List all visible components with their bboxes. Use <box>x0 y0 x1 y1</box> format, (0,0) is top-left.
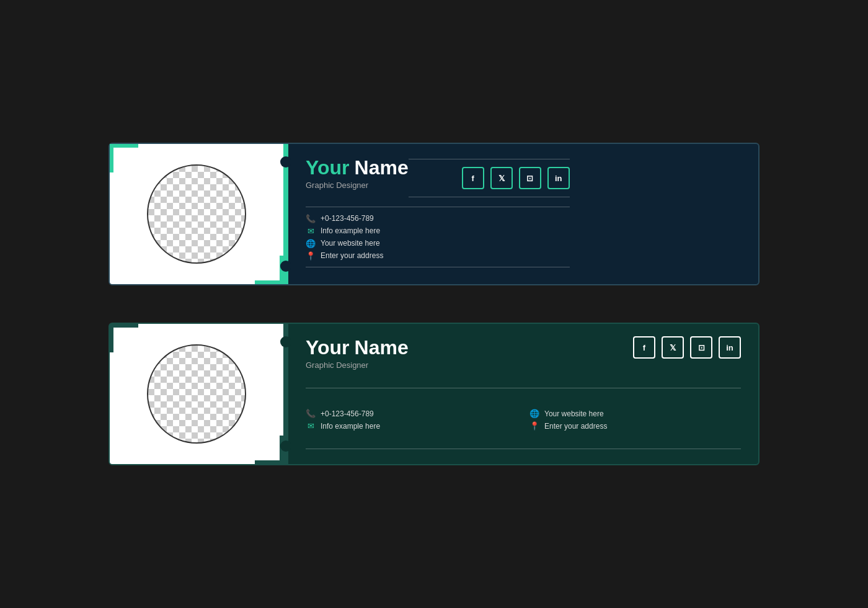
last-name-2: Name <box>355 336 409 359</box>
accent-bar-1 <box>283 144 288 284</box>
name-row-1: Your Name <box>306 156 409 179</box>
address-icon-2: 📍 <box>529 421 539 431</box>
facebook-btn-1[interactable]: f <box>462 167 484 189</box>
address-row-2: 📍 Enter your address <box>529 421 741 431</box>
top-section-1: Your Name Graphic Designer f 𝕏 ⊡ <box>306 156 570 202</box>
email-row-2: ✉ Info example here <box>306 421 517 431</box>
top-row-2: Your Name Graphic Designer f 𝕏 ⊡ in <box>306 336 741 370</box>
facebook-icon-1: f <box>472 174 474 183</box>
website-text-1: Your website here <box>321 239 380 248</box>
address-text-2: Enter your address <box>544 422 607 431</box>
email-row-1: ✉ Info example here <box>306 226 570 236</box>
phone-icon-1: 📞 <box>306 214 316 223</box>
first-name-1: Your <box>306 156 350 179</box>
email-icon-2: ✉ <box>306 421 316 431</box>
avatar-circle-2 <box>147 344 246 444</box>
instagram-btn-1[interactable]: ⊡ <box>519 167 541 189</box>
twitter-icon-1: 𝕏 <box>498 174 505 183</box>
job-title-2: Graphic Designer <box>306 360 409 370</box>
linkedin-btn-1[interactable]: in <box>547 167 570 189</box>
phone-text-2: +0-123-456-789 <box>321 409 374 418</box>
job-title-1: Graphic Designer <box>306 181 409 190</box>
instagram-icon-2: ⊡ <box>698 343 705 352</box>
name-block-1: Your Name Graphic Designer <box>306 156 409 190</box>
left-panel-1 <box>110 144 283 284</box>
website-icon-1: 🌐 <box>306 239 316 248</box>
email-icon-1: ✉ <box>306 226 316 236</box>
instagram-icon-1: ⊡ <box>526 174 533 183</box>
address-text-1: Enter your address <box>321 251 383 260</box>
website-row-2: 🌐 Your website here <box>529 409 741 418</box>
website-icon-2: 🌐 <box>529 409 539 418</box>
twitter-btn-1[interactable]: 𝕏 <box>490 167 513 189</box>
email-signature-card-2: Your Name Graphic Designer f 𝕏 ⊡ in <box>108 323 760 465</box>
address-row-1: 📍 Enter your address <box>306 251 570 261</box>
phone-icon-2: 📞 <box>306 409 316 418</box>
last-name-1: Name <box>355 156 409 179</box>
divider-bottom-1 <box>306 267 570 267</box>
phone-row-2: 📞 +0-123-456-789 <box>306 409 517 418</box>
instagram-btn-2[interactable]: ⊡ <box>690 336 712 359</box>
address-icon-1: 📍 <box>306 251 316 261</box>
email-text-1: Info example here <box>321 226 380 235</box>
linkedin-icon-1: in <box>555 174 562 183</box>
left-panel-2 <box>110 324 283 464</box>
twitter-btn-2[interactable]: 𝕏 <box>662 336 684 359</box>
social-row-2: f 𝕏 ⊡ in <box>633 336 741 359</box>
website-row-1: 🌐 Your website here <box>306 239 570 248</box>
phone-row-1: 📞 +0-123-456-789 <box>306 214 570 223</box>
social-row-1: f 𝕏 ⊡ in <box>462 167 570 189</box>
avatar-circle-1 <box>147 164 246 264</box>
email-signature-card-1: Your Name Graphic Designer f 𝕏 ⊡ <box>108 143 760 285</box>
name-block-2: Your Name Graphic Designer <box>306 336 409 370</box>
first-name-2: Your <box>306 336 350 359</box>
accent-bar-2 <box>283 324 288 464</box>
divider-top-2 <box>306 388 741 388</box>
divider-bottom-1 <box>409 197 570 197</box>
divider-bottom-2 <box>306 449 741 449</box>
linkedin-icon-2: in <box>726 343 733 352</box>
facebook-btn-2[interactable]: f <box>633 336 655 359</box>
phone-text-1: +0-123-456-789 <box>321 214 374 223</box>
name-row-2: Your Name <box>306 336 409 359</box>
divider-mid-1 <box>306 207 570 207</box>
email-text-2: Info example here <box>321 422 380 431</box>
right-content-2: Your Name Graphic Designer f 𝕏 ⊡ in <box>288 324 758 464</box>
facebook-icon-2: f <box>643 343 645 352</box>
website-text-2: Your website here <box>544 409 604 418</box>
right-content-1: Your Name Graphic Designer f 𝕏 ⊡ <box>288 144 758 284</box>
twitter-icon-2: 𝕏 <box>670 343 676 352</box>
social-area-1: f 𝕏 ⊡ in <box>409 156 570 200</box>
linkedin-btn-2[interactable]: in <box>719 336 741 359</box>
contact-grid-2: 📞 +0-123-456-789 🌐 Your website here ✉ I… <box>306 409 741 431</box>
divider-top-1 <box>409 159 570 159</box>
contact-info-1: 📞 +0-123-456-789 ✉ Info example here 🌐 Y… <box>306 214 570 262</box>
